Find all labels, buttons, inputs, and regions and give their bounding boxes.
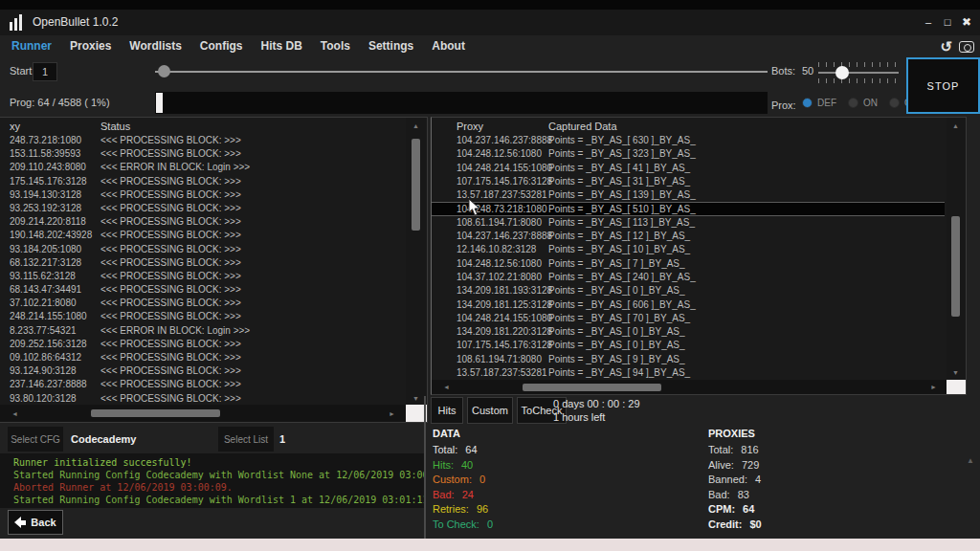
prox-radio-on[interactable] [848, 98, 858, 108]
table-row[interactable]: 93.124.90:3128<<< PROCESSING BLOCK: >>> [0, 364, 406, 378]
tab-hits[interactable]: Hits [431, 397, 463, 424]
left-table-vertical-scrollbar[interactable]: ▲ ▼ [406, 118, 427, 407]
right-table-vertical-scrollbar[interactable]: ▲ ▼ [947, 118, 966, 381]
maximize-button[interactable]: □ [938, 10, 957, 35]
history-icon[interactable]: ↺ [940, 39, 952, 55]
column-header-proxy[interactable]: Proxy [457, 120, 483, 133]
table-row[interactable]: 209.252.156:3128<<< PROCESSING BLOCK: >>… [0, 338, 406, 351]
minimize-button[interactable]: – [919, 10, 938, 35]
scroll-up-icon[interactable]: ▲ [412, 122, 419, 129]
table-row[interactable]: 68.143.47:34491<<< PROCESSING BLOCK: >>> [0, 283, 406, 297]
table-row[interactable]: 09.102.86:64312<<< PROCESSING BLOCK: >>> [0, 351, 406, 364]
menu-item-wordlists[interactable]: Wordlists [129, 35, 181, 56]
table-row[interactable]: 104.248.73.218:1080Points = _BY_AS_[ 510… [432, 202, 945, 215]
proxy-cell: 93.124.90:3128 [10, 364, 77, 378]
stat-value: 64 [465, 444, 477, 455]
menu-item-runner[interactable]: Runner [11, 35, 52, 56]
table-row[interactable]: 134.209.181.125:3128Points = _BY_AS_[ 60… [432, 298, 945, 312]
table-row[interactable]: 93.253.192:3128<<< PROCESSING BLOCK: >>> [0, 202, 406, 215]
prox-radio-def[interactable] [802, 98, 813, 108]
menu-item-hits-db[interactable]: Hits DB [260, 35, 301, 56]
proxy-cell: 134.209.181.220:3128 [457, 325, 552, 339]
table-row[interactable]: 108.61.194.71:8080Points = _BY_AS_[ 9 ]_… [432, 353, 945, 366]
bots-slider-thumb[interactable] [835, 66, 849, 79]
scroll-left-icon[interactable]: ◄ [443, 384, 450, 390]
select-list-button[interactable]: Select List [218, 427, 274, 452]
menu-item-settings[interactable]: Settings [368, 35, 413, 56]
menu-item-about[interactable]: About [432, 35, 465, 56]
table-row[interactable]: 134.209.181.220:3128Points = _BY_AS_[ 0 … [432, 325, 945, 339]
table-row[interactable]: 93.184.205:1080<<< PROCESSING BLOCK: >>> [0, 243, 406, 256]
table-row[interactable]: 237.146.237:8888<<< PROCESSING BLOCK: >>… [0, 378, 406, 391]
stop-button[interactable]: STOP [906, 57, 980, 114]
table-row[interactable]: 107.175.145.176:3128Points = _BY_AS_[ 0 … [432, 339, 945, 352]
scroll-right-icon[interactable]: ► [389, 410, 395, 417]
select-cfg-button[interactable]: Select CFG [8, 427, 63, 452]
proxy-cell: 175.145.176:3128 [10, 175, 87, 188]
close-button[interactable]: ✖ [957, 10, 976, 35]
stat-line: Total:816 [708, 443, 762, 458]
status-cell: <<< PROCESSING BLOCK: >>> [100, 215, 241, 229]
column-header-captured-data[interactable]: Captured Data [548, 120, 617, 133]
table-row[interactable]: 107.175.145.176:3128Points = _BY_AS_[ 31… [432, 175, 945, 188]
scrollbar-thumb[interactable] [951, 216, 960, 317]
menu-item-proxies[interactable]: Proxies [70, 35, 111, 56]
scroll-down-icon[interactable]: ▼ [952, 369, 959, 376]
tab-custom[interactable]: Custom [467, 397, 513, 424]
start-slider-thumb[interactable] [158, 65, 170, 77]
table-row[interactable]: 108.61.194.71:8080Points = _BY_AS_[ 113 … [432, 216, 945, 230]
table-row[interactable]: 104.248.214.155:1080Points = _BY_AS_[ 70… [432, 312, 945, 325]
stat-label: Total: [708, 444, 733, 455]
table-row[interactable]: 93.115.62:3128<<< PROCESSING BLOCK: >>> [0, 270, 406, 283]
table-row[interactable]: 8.233.77:54321<<< ERROR IN BLOCK: Login … [0, 324, 406, 338]
table-row[interactable]: 93.80.120:3128<<< PROCESSING BLOCK: >>> [0, 392, 406, 406]
table-row[interactable]: 134.209.181.193:3128Points = _BY_AS_[ 0 … [432, 284, 945, 298]
captured-data-cell: Points = _BY_AS_[ 0 ]_BY_AS_ [548, 339, 685, 352]
table-row[interactable]: 12.146.10.82:3128Points = _BY_AS_[ 10 ]_… [432, 243, 945, 256]
prox-radio-off[interactable] [889, 98, 900, 108]
screenshot-camera-icon[interactable] [959, 41, 974, 53]
menu-bar: RunnerProxiesWordlistsConfigsHits DBTool… [0, 35, 980, 57]
scrollbar-thumb[interactable] [91, 409, 220, 417]
table-row[interactable]: 209.110.243:8080<<< ERROR IN BLOCK: Logi… [0, 161, 406, 174]
table-row[interactable]: 93.194.130:3128<<< PROCESSING BLOCK: >>> [0, 188, 406, 202]
table-row[interactable]: 104.248.12.56:1080Points = _BY_AS_[ 7 ]_… [432, 257, 945, 271]
scrollbar-thumb[interactable] [412, 139, 420, 231]
table-row[interactable]: 248.214.155:1080<<< PROCESSING BLOCK: >>… [0, 310, 406, 323]
table-row[interactable]: 153.11.58:39593<<< PROCESSING BLOCK: >>> [0, 147, 406, 161]
table-row[interactable]: 104.237.146.237:8888Points = _BY_AS_[ 12… [432, 230, 945, 243]
scroll-left-icon[interactable]: ◄ [11, 410, 18, 417]
proxy-cell: 104.37.102.21:8080 [457, 271, 542, 284]
proxy-cell: 134.209.181.125:3128 [457, 298, 552, 312]
start-slider[interactable] [155, 71, 768, 73]
menu-item-tools[interactable]: Tools [321, 35, 350, 56]
table-row[interactable]: 104.237.146.237:8888Points = _BY_AS_[ 63… [432, 134, 945, 147]
stat-label: CPM: [708, 503, 735, 515]
table-row[interactable]: 248.73.218:1080<<< PROCESSING BLOCK: >>> [0, 134, 406, 147]
table-row[interactable]: 68.132.217:3128<<< PROCESSING BLOCK: >>> [0, 256, 406, 270]
scroll-down-icon[interactable]: ▼ [412, 395, 419, 402]
table-row[interactable]: 104.37.102.21:8080Points = _BY_AS_[ 240 … [432, 271, 945, 284]
captured-data-cell: Points = _BY_AS_[ 630 ]_BY_AS_ [548, 134, 696, 147]
start-input[interactable]: 1 [33, 62, 57, 81]
right-table-horizontal-scrollbar[interactable]: ◄ ► [432, 380, 948, 394]
table-row[interactable]: 13.57.187.237:53281Points = _BY_AS_[ 139… [432, 188, 945, 202]
scrollbar-thumb[interactable] [523, 384, 661, 391]
scroll-up-icon[interactable]: ▲ [952, 122, 959, 129]
menu-item-configs[interactable]: Configs [200, 35, 243, 56]
table-row[interactable]: 13.57.187.237:53281Points = _BY_AS_[ 94 … [432, 366, 945, 380]
column-header-status[interactable]: Status [100, 120, 130, 133]
bots-slider[interactable] [818, 62, 899, 83]
table-row[interactable]: 190.148.202:43928<<< PROCESSING BLOCK: >… [0, 229, 406, 242]
back-button[interactable]: Back [8, 510, 63, 535]
table-row[interactable]: 37.102.21:8080<<< PROCESSING BLOCK: >>> [0, 297, 406, 310]
table-row[interactable]: 104.248.12.56:1080Points = _BY_AS_[ 323 … [432, 147, 945, 161]
left-table-horizontal-scrollbar[interactable]: ◄ ► [0, 405, 407, 422]
scroll-right-icon[interactable]: ► [930, 384, 937, 390]
table-row[interactable]: 175.145.176:3128<<< PROCESSING BLOCK: >>… [0, 175, 406, 188]
table-row[interactable]: 209.214.220:8118<<< PROCESSING BLOCK: >>… [0, 215, 406, 229]
table-row[interactable]: 104.248.214.155:1080Points = _BY_AS_[ 41… [432, 162, 945, 175]
column-header-proxy[interactable]: xy [10, 120, 20, 133]
log-scroll-up-icon[interactable]: ▲ [967, 457, 974, 464]
log-line: Started Running Config Codecademy with W… [13, 469, 424, 481]
